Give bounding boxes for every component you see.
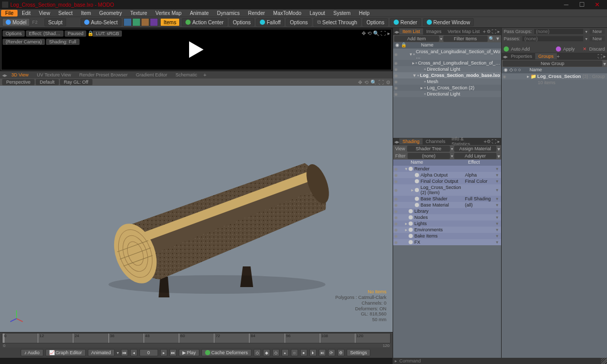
search-icon[interactable]: 🔍 xyxy=(489,36,494,41)
key-opt4-icon[interactable]: ⏯ xyxy=(319,349,326,356)
menu-geometry[interactable]: Geometry xyxy=(95,10,126,17)
menu-dynamics[interactable]: Dynamics xyxy=(213,10,244,17)
item-tree[interactable]: ◉ 🔒Name ◉▾▫Cross_and_Longitudinal_Sectio… xyxy=(393,42,501,138)
vp-rotate-icon[interactable]: ⟲ xyxy=(364,80,368,85)
tab-properties[interactable]: Properties xyxy=(508,53,535,59)
options2-button[interactable]: Options xyxy=(286,18,311,26)
new-group-button[interactable]: New Group xyxy=(503,60,602,67)
shader-tree-row[interactable]: ◉▸Environments▾ xyxy=(393,227,501,233)
shader-tree-row[interactable]: ◉Final Color OutputFinal Color▾ xyxy=(393,178,501,184)
preview-move-icon[interactable]: ✥ xyxy=(362,30,366,36)
vp-raygl[interactable]: Ray GL: Off xyxy=(60,79,92,85)
tab-shading[interactable]: Shading xyxy=(399,138,423,145)
tab-vertexmaplist[interactable]: Vertex Map List xyxy=(445,28,483,35)
menu-view[interactable]: View xyxy=(35,10,54,17)
sel-vertex-icon[interactable] xyxy=(123,18,132,26)
viewport-3d[interactable]: No Items Polygons : Catmull-Clark Channe… xyxy=(0,86,393,332)
resize-handle[interactable] xyxy=(601,358,607,364)
item-tree-row[interactable]: ◉▾▫Cross_and_Longitudinal_Section_of_Wo … xyxy=(393,49,501,60)
command-bar[interactable]: ▸Command xyxy=(393,358,607,364)
shader-tree-row[interactable]: ◉▸Lights▾ xyxy=(393,220,501,227)
item-tree-row[interactable]: ◉▫Directional Light xyxy=(393,66,501,72)
key-opt3-icon[interactable]: ⏵ xyxy=(309,349,317,356)
panel-gear-icon[interactable]: ⚙ xyxy=(487,29,491,34)
preview-effect[interactable]: Effect: (Shad… xyxy=(26,30,64,37)
mode-model-button[interactable]: Model xyxy=(2,18,30,26)
menu-layout[interactable]: Layout xyxy=(305,10,329,17)
preview-menu-icon[interactable]: ▸ xyxy=(387,30,390,36)
minimize-button[interactable]: ─ xyxy=(558,0,574,9)
menu-select[interactable]: Select xyxy=(54,10,77,17)
options3-button[interactable]: Options xyxy=(363,18,387,26)
menu-render[interactable]: Render xyxy=(244,10,269,17)
menu-file[interactable]: File xyxy=(1,10,18,17)
graph-editor-button[interactable]: 📈Graph Editor xyxy=(45,349,86,356)
preview-shading[interactable]: Shading: Full xyxy=(46,39,80,45)
render-button[interactable]: Render xyxy=(390,18,421,26)
group-row[interactable]: ◉ ▸ 📁 Log_Cross_Section (3) : Group xyxy=(502,73,607,80)
discard-button[interactable]: Discard xyxy=(589,46,605,52)
shader-tree-row[interactable]: ◉Bake Items▾ xyxy=(393,233,501,239)
shader-tree-row[interactable]: ◉▾Render▾ xyxy=(393,166,501,172)
auto-select-button[interactable]: Auto-Select xyxy=(81,18,121,26)
tab-groups[interactable]: Groups xyxy=(535,53,557,59)
vp-frame-icon[interactable]: ⛶ xyxy=(379,80,384,85)
key-opt5-icon[interactable]: ⟳ xyxy=(328,349,335,356)
new-passgroup-button[interactable]: New xyxy=(589,29,605,34)
panel-max-icon[interactable]: ⛶ xyxy=(492,139,496,144)
preview-frame-icon[interactable]: ⛶ xyxy=(381,30,386,36)
filter-icon[interactable]: ▼ xyxy=(495,36,500,41)
play-button[interactable]: ▶Play xyxy=(179,349,200,356)
timeline-ruler[interactable]: 0 12 24 36 48 60 72 84 96 108 120 xyxy=(2,333,391,343)
shader-tree-row[interactable]: ◉Alpha OutputAlpha▾ xyxy=(393,172,501,178)
add-item-button[interactable]: Add Item xyxy=(394,36,439,42)
sel-mat-icon[interactable] xyxy=(150,18,158,26)
preview-camera[interactable]: (Render Camera) xyxy=(3,39,45,45)
cache-deformers-button[interactable]: Cache Deformers xyxy=(201,349,252,356)
auto-add-toggle[interactable]: Auto Add xyxy=(511,46,530,52)
preview-lut[interactable]: LUT: sRGB xyxy=(92,30,122,37)
close-button[interactable]: ✕ xyxy=(589,0,605,9)
tab-schematic[interactable]: Schematic xyxy=(172,72,201,78)
key-opt6-icon[interactable]: ⚙ xyxy=(337,349,345,356)
menu-item[interactable]: Item xyxy=(77,10,95,17)
preview-options[interactable]: Options xyxy=(3,30,25,37)
tab-gradient[interactable]: Gradient Editor xyxy=(132,72,172,78)
settings-button[interactable]: Settings xyxy=(347,349,371,356)
key-next-icon[interactable]: ◇ xyxy=(272,349,279,356)
options1-button[interactable]: Options xyxy=(229,18,254,26)
shader-tree-dropdown[interactable]: Shader Tree xyxy=(407,146,449,152)
passes-dropdown[interactable]: (none) xyxy=(522,36,583,41)
tab-itemlist[interactable]: Item List xyxy=(399,28,423,35)
lock-icon[interactable]: 🔒 xyxy=(87,30,91,35)
tab-3dview[interactable]: 3D View xyxy=(7,72,33,78)
filter-items-field[interactable]: Filter Items xyxy=(443,36,488,42)
key-del-icon[interactable]: ⬥ xyxy=(282,349,289,356)
prev-frame-button[interactable]: ◂ xyxy=(130,349,137,356)
vp-perspective[interactable]: Perspective xyxy=(2,79,35,85)
menu-system[interactable]: System xyxy=(329,10,354,17)
preview-paused[interactable]: Paused xyxy=(65,30,87,37)
menu-vertexmap[interactable]: Vertex Map xyxy=(151,10,186,17)
maximize-button[interactable]: ☐ xyxy=(574,0,589,9)
tab-renderpreset[interactable]: Render Preset Browser xyxy=(75,72,132,78)
next-frame-button[interactable]: ▸ xyxy=(160,349,167,356)
menu-edit[interactable]: Edit xyxy=(18,10,35,17)
axis-gizmo-icon[interactable] xyxy=(9,308,24,323)
sel-edge-icon[interactable] xyxy=(132,18,141,26)
timeline[interactable]: 0 12 24 36 48 60 72 84 96 108 120 0120 xyxy=(0,332,393,347)
menu-maxtomodo[interactable]: MaxToModo xyxy=(269,10,305,17)
shader-tree-row[interactable]: ◉Nodes▾ xyxy=(393,214,501,220)
select-through-button[interactable]: ⧉Select Through xyxy=(314,18,361,26)
items-button[interactable]: Items xyxy=(160,18,180,26)
item-tree-row[interactable]: ◉▸▫Cross_and_Longitudinal_Section_of_… xyxy=(393,60,501,66)
chevron-down-icon[interactable]: ▾ xyxy=(117,351,119,355)
preview-rotate-icon[interactable]: ⟲ xyxy=(367,30,371,36)
shader-tree[interactable]: NameEffect ◉▾Render▾◉Alpha OutputAlpha▾◉… xyxy=(393,160,501,245)
menu-help[interactable]: Help xyxy=(355,10,374,17)
action-center-button[interactable]: Action Center xyxy=(182,18,227,26)
apply-button[interactable]: Apply xyxy=(563,46,575,52)
item-tree-row[interactable]: ◉▫Directional Light xyxy=(393,91,501,97)
shader-tree-row[interactable]: ◉FX▾ xyxy=(393,239,501,245)
audio-button[interactable]: ♪Audio xyxy=(21,349,43,356)
